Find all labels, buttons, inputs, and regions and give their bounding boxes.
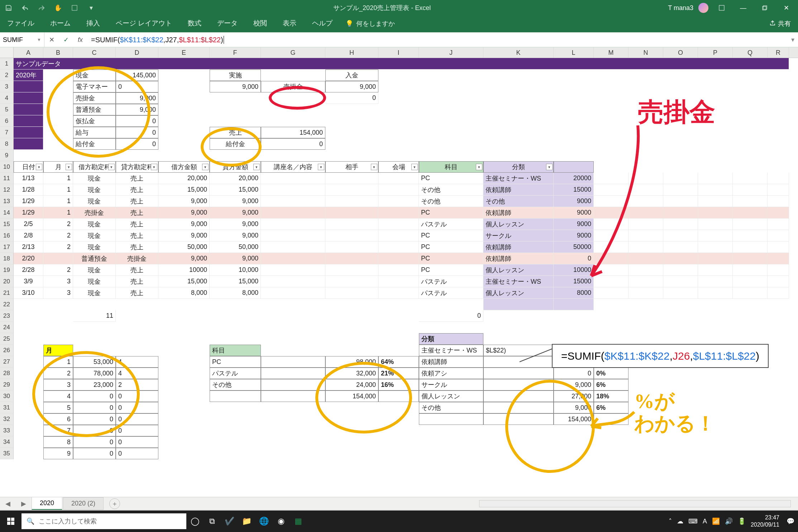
tab-home[interactable]: ホーム	[47, 15, 73, 32]
cell[interactable]: 9,000	[210, 207, 261, 219]
column-header[interactable]: J	[419, 47, 483, 58]
cell[interactable]	[663, 184, 698, 196]
cell[interactable]: 53,000	[73, 356, 116, 368]
network-icon[interactable]: 📶	[712, 517, 720, 525]
cell[interactable]	[594, 230, 629, 241]
column-header[interactable]: G	[261, 47, 325, 58]
cell[interactable]	[663, 253, 698, 264]
table-header[interactable]: 借方金額▾	[158, 161, 210, 173]
cell[interactable]: 50,000	[210, 241, 261, 253]
cell-bunrui[interactable]: 主催セミナー・WS	[483, 173, 554, 184]
cell[interactable]: 16%	[378, 379, 419, 390]
cell[interactable]	[378, 253, 419, 264]
cell[interactable]	[210, 390, 261, 402]
cell[interactable]	[629, 287, 663, 299]
row-header[interactable]: 30	[0, 390, 14, 402]
minimize-icon[interactable]: —	[735, 0, 751, 16]
cell[interactable]	[325, 276, 378, 287]
cell[interactable]	[419, 413, 483, 425]
fx-icon[interactable]: fx	[73, 36, 87, 44]
cell[interactable]: パステル	[419, 219, 483, 230]
cell-account-value[interactable]: 0	[116, 127, 158, 138]
undo-icon[interactable]	[20, 3, 30, 13]
cell[interactable]: 2	[43, 368, 73, 379]
cell[interactable]	[483, 402, 554, 413]
cell[interactable]: その他	[419, 196, 483, 207]
cell[interactable]: 11	[73, 310, 116, 322]
cell[interactable]	[629, 184, 663, 196]
cell-account-label[interactable]: 仮払金	[73, 115, 116, 127]
cell[interactable]: 154,000	[325, 390, 378, 402]
cell[interactable]: 10,000	[210, 264, 261, 276]
column-header[interactable]: F	[210, 47, 261, 58]
tab-view[interactable]: 表示	[280, 15, 299, 32]
cell[interactable]: 27,000	[554, 390, 594, 402]
cell[interactable]: 0	[554, 368, 594, 379]
cell[interactable]: その他	[419, 402, 483, 413]
cell[interactable]	[261, 276, 325, 287]
cell[interactable]: 売上	[116, 219, 158, 230]
cell[interactable]: 売上	[116, 264, 158, 276]
cell[interactable]	[698, 207, 733, 219]
tab-help[interactable]: ヘルプ	[309, 15, 335, 32]
filter-button[interactable]: ▾	[253, 164, 260, 170]
cell[interactable]	[629, 253, 663, 264]
cell[interactable]: パステル	[210, 368, 261, 379]
cell-bunrui[interactable]: 依頼講師	[483, 241, 554, 253]
ribbon-display-icon[interactable]	[713, 0, 730, 16]
cell[interactable]	[378, 287, 419, 299]
cell[interactable]: 売掛金	[116, 253, 158, 264]
share-button[interactable]: 共有	[769, 19, 791, 32]
new-sheet-button[interactable]: ＋	[109, 498, 120, 509]
cell[interactable]: 売上	[116, 276, 158, 287]
task-view-icon[interactable]: ⧉	[204, 511, 221, 532]
row-header[interactable]: 1	[0, 58, 14, 70]
cell[interactable]	[261, 264, 325, 276]
row-header[interactable]: 9	[0, 150, 14, 161]
table-header[interactable]: 貸方勘定科▾	[116, 161, 158, 173]
cell-date[interactable]: 2/8	[14, 230, 43, 241]
cell[interactable]	[629, 196, 663, 207]
row-header[interactable]: 31	[0, 402, 14, 413]
cell[interactable]	[768, 276, 789, 287]
cell-bunrui[interactable]: サークル	[483, 230, 554, 241]
formula-input[interactable]: =SUMIF($K$11:$K$22,J27,$L$11:$L$22)	[87, 33, 788, 47]
cell-date[interactable]: 3/10	[14, 287, 43, 299]
cell[interactable]	[698, 241, 733, 253]
touchkeyboard-icon[interactable]: ⌨	[688, 517, 698, 525]
tray-chevron-icon[interactable]: ˄	[669, 517, 672, 525]
cell[interactable]: 0	[116, 402, 158, 413]
cell[interactable]: 23,000	[73, 379, 116, 390]
cell[interactable]: 21%	[378, 368, 419, 379]
cell[interactable]: 4	[116, 368, 158, 379]
row-header[interactable]: 20	[0, 276, 14, 287]
cell[interactable]	[698, 173, 733, 184]
qat-chevron-icon[interactable]: ▾	[86, 3, 96, 13]
cell[interactable]	[594, 241, 629, 253]
app-icon[interactable]: ✔️	[221, 511, 238, 532]
cell[interactable]: 現金	[73, 264, 116, 276]
cell-date[interactable]: 2/5	[14, 219, 43, 230]
cell[interactable]: 9,000	[158, 219, 210, 230]
horizontal-scrollbar[interactable]	[479, 500, 791, 507]
cell[interactable]: 売上	[116, 241, 158, 253]
cell[interactable]: 現金	[73, 230, 116, 241]
sheet-tab-active[interactable]: 2020	[32, 497, 62, 510]
cell-year[interactable]	[14, 104, 43, 115]
row-header[interactable]: 12	[0, 184, 14, 196]
cell-year[interactable]	[14, 92, 43, 104]
tab-file[interactable]: ファイル	[4, 15, 37, 32]
row-header[interactable]: 34	[0, 436, 14, 448]
volume-icon[interactable]: 🔊	[725, 517, 733, 525]
cancel-formula-icon[interactable]: ✕	[44, 36, 59, 44]
cell[interactable]	[261, 184, 325, 196]
cell[interactable]	[325, 184, 378, 196]
cell[interactable]: 64%	[378, 356, 419, 368]
cell[interactable]: 9,000	[158, 196, 210, 207]
row-header[interactable]: 3	[0, 81, 14, 92]
column-header[interactable]: I	[378, 47, 419, 58]
cell[interactable]: 20,000	[210, 173, 261, 184]
tab-review[interactable]: 校閲	[250, 15, 270, 32]
cell[interactable]	[698, 219, 733, 230]
table-header[interactable]: 分類▾	[483, 161, 554, 173]
